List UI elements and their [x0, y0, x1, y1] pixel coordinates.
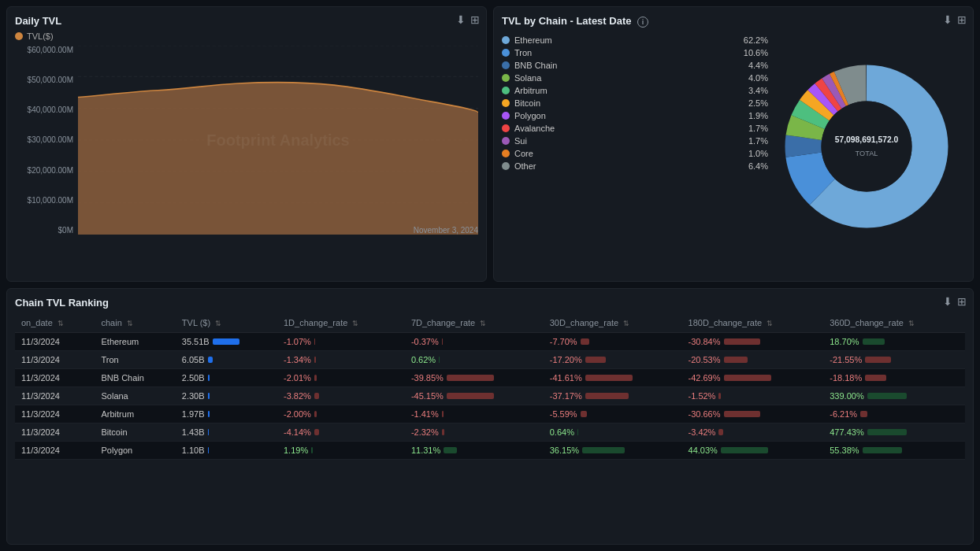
cell-chain: Ethereum	[95, 333, 175, 351]
cell-tvl: 1.10B	[176, 442, 277, 460]
chain-pct: 1.7%	[741, 124, 768, 133]
cell-date: 11/3/2024	[15, 351, 95, 369]
daily-tvl-title: Daily TVL	[15, 15, 478, 27]
col-1d[interactable]: 1D_change_rate ⇅	[277, 313, 405, 333]
chain-pct: 6.4%	[741, 161, 768, 171]
cell-360d: -18.18%	[823, 369, 965, 387]
cell-date: 11/3/2024	[15, 423, 95, 442]
cell-180d: -42.69%	[682, 369, 824, 387]
y-label-2: $20,000.00M	[28, 166, 73, 175]
chain-dot	[502, 99, 510, 107]
chain-legend-item: Other 6.4%	[502, 161, 768, 171]
cell-chain: Solana	[95, 387, 175, 405]
chain-dot	[502, 124, 510, 132]
col-30d[interactable]: 30D_change_rate ⇅	[544, 313, 682, 333]
cell-7d: 0.62%	[405, 351, 544, 369]
cell-360d: 477.43%	[823, 423, 965, 442]
daily-tvl-panel: Daily TVL ⬇ ⊞ TVL($) $60,000.00M $50,000…	[6, 6, 487, 282]
svg-text:TOTAL: TOTAL	[856, 149, 878, 157]
chain-legend-item: Solana 4.0%	[502, 73, 768, 83]
cell-chain: Arbitrum	[95, 405, 175, 423]
chain-pct: 62.2%	[741, 35, 768, 45]
col-chain[interactable]: chain ⇅	[95, 313, 175, 333]
chain-pct: 10.6%	[741, 48, 768, 57]
info-icon[interactable]: i	[637, 17, 648, 28]
chain-name: Sui	[514, 136, 736, 146]
cell-date: 11/3/2024	[15, 442, 95, 460]
chain-pct: 2.5%	[741, 98, 768, 108]
expand-icon-3[interactable]: ⊞	[957, 295, 967, 308]
cell-7d: -2.32%	[405, 423, 544, 442]
cell-date: 11/3/2024	[15, 405, 95, 423]
cell-tvl: 2.50B	[176, 369, 277, 387]
y-axis: $60,000.00M $50,000.00M $40,000.00M $30,…	[15, 46, 78, 235]
cell-1d: -1.34%	[277, 351, 405, 369]
download-icon[interactable]: ⬇	[456, 13, 466, 26]
cell-360d: 18.70%	[823, 333, 965, 351]
col-360d[interactable]: 360D_change_rate ⇅	[823, 313, 965, 333]
cell-360d: -21.55%	[823, 351, 965, 369]
y-label-5: $50,000.00M	[28, 76, 73, 84]
cell-180d: -20.53%	[682, 351, 824, 369]
tvl-svg	[78, 46, 478, 235]
table-wrap[interactable]: on_date ⇅ chain ⇅ TVL ($) ⇅ 1D_change_ra…	[15, 313, 965, 529]
expand-icon-2[interactable]: ⊞	[957, 13, 967, 26]
chain-name: BNB Chain	[514, 61, 736, 70]
daily-tvl-icons: ⬇ ⊞	[456, 13, 480, 26]
cell-tvl: 1.43B	[176, 423, 277, 442]
cell-360d: 339.00%	[823, 387, 965, 405]
cell-chain: Bitcoin	[95, 423, 175, 442]
chain-name: Solana	[514, 73, 736, 83]
chain-legend-item: Polygon 1.9%	[502, 111, 768, 120]
cell-30d: -37.17%	[544, 387, 682, 405]
cell-1d: -2.00%	[277, 405, 405, 423]
chain-pct: 1.9%	[741, 111, 768, 120]
y-label-4: $40,000.00M	[28, 105, 73, 114]
cell-tvl: 35.51B	[176, 333, 277, 351]
expand-icon[interactable]: ⊞	[470, 13, 480, 26]
cell-30d: 36.15%	[544, 442, 682, 460]
ranking-icons: ⬇ ⊞	[943, 295, 967, 308]
chain-dot	[502, 87, 510, 94]
y-label-6: $60,000.00M	[28, 46, 73, 54]
cell-30d: -17.20%	[544, 351, 682, 369]
y-label-1: $10,000.00M	[28, 196, 73, 205]
cell-180d: -30.66%	[682, 405, 824, 423]
chain-legend-item: Tron 10.6%	[502, 48, 768, 57]
x-label: November 3, 2024	[414, 226, 478, 235]
tvl-chain-title: TVL by Chain - Latest Date i	[502, 15, 965, 28]
col-7d[interactable]: 7D_change_rate ⇅	[405, 313, 544, 333]
table-row: 11/3/2024 Solana 2.30B -3.82% -45.15% -3…	[15, 387, 965, 405]
table-head: on_date ⇅ chain ⇅ TVL ($) ⇅ 1D_change_ra…	[15, 313, 965, 333]
cell-180d: -30.84%	[682, 333, 824, 351]
cell-7d: -39.85%	[405, 369, 544, 387]
y-label-0: $0M	[58, 226, 73, 235]
chain-dot	[502, 74, 510, 82]
chain-name: Other	[514, 161, 736, 171]
table-body: 11/3/2024 Ethereum 35.51B -1.07% -0.37% …	[15, 333, 965, 460]
chain-dot	[502, 162, 510, 170]
ranking-table: on_date ⇅ chain ⇅ TVL ($) ⇅ 1D_change_ra…	[15, 313, 965, 460]
cell-7d: -45.15%	[405, 387, 544, 405]
download-icon-3[interactable]: ⬇	[943, 295, 952, 308]
cell-30d: -41.61%	[544, 369, 682, 387]
cell-1d: -3.82%	[277, 387, 405, 405]
svg-point-17	[822, 101, 912, 191]
cell-chain: Polygon	[95, 442, 175, 460]
tvl-chain-content: Ethereum 62.2% Tron 10.6% BNB Chain 4.4%…	[502, 32, 965, 268]
chain-pct: 4.0%	[741, 73, 768, 83]
cell-7d: -1.41%	[405, 405, 544, 423]
cell-360d: -6.21%	[823, 405, 965, 423]
legend-dot	[15, 32, 23, 40]
chain-dot	[502, 150, 510, 157]
chain-name: Tron	[514, 48, 736, 57]
cell-180d: 44.03%	[682, 442, 824, 460]
col-180d[interactable]: 180D_change_rate ⇅	[682, 313, 824, 333]
col-date[interactable]: on_date ⇅	[15, 313, 95, 333]
col-tvl[interactable]: TVL ($) ⇅	[176, 313, 277, 333]
table-row: 11/3/2024 BNB Chain 2.50B -2.01% -39.85%…	[15, 369, 965, 387]
chain-name: Ethereum	[514, 35, 736, 45]
chain-pct: 4.4%	[741, 61, 768, 70]
download-icon-2[interactable]: ⬇	[943, 13, 952, 26]
donut-chart: 57,098,691,572.0 TOTAL	[776, 56, 965, 245]
